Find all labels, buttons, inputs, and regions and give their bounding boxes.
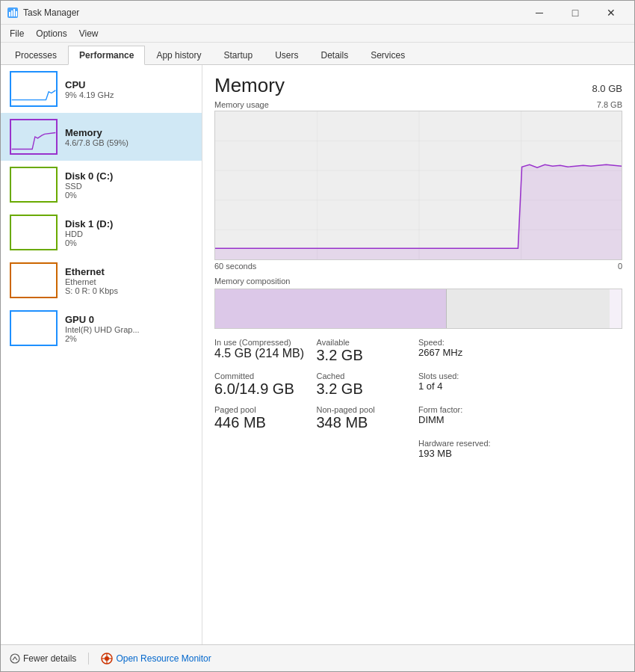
gpu0-thumbnail bbox=[10, 310, 58, 346]
tab-services[interactable]: Services bbox=[359, 45, 416, 64]
title-bar-left: Task Manager bbox=[7, 7, 79, 19]
comp-in-use bbox=[215, 289, 447, 328]
stat-slots-value: 1 of 4 bbox=[418, 380, 521, 392]
disk0-info: Disk 0 (C:) SSD 0% bbox=[65, 170, 193, 200]
svg-rect-4 bbox=[16, 11, 17, 16]
footer-divider bbox=[88, 653, 89, 665]
stat-slots: Slots used: 1 of 4 bbox=[418, 372, 521, 398]
ethernet-sub1: Ethernet bbox=[65, 277, 193, 286]
chart-time-right: 0 bbox=[618, 262, 622, 271]
composition-section: Memory composition bbox=[214, 277, 622, 329]
composition-label: Memory composition bbox=[214, 277, 622, 286]
stat-hw-empty2 bbox=[317, 439, 419, 459]
sidebar-item-disk0[interactable]: Disk 0 (C:) SSD 0% bbox=[1, 161, 202, 209]
disk1-sub1: HDD bbox=[65, 229, 193, 238]
sidebar: CPU 9% 4.19 GHz Memory 4.6/7.8 GB (59%) bbox=[1, 65, 202, 644]
tab-processes[interactable]: Processes bbox=[4, 45, 68, 64]
svg-rect-3 bbox=[13, 9, 15, 16]
tab-users[interactable]: Users bbox=[264, 45, 309, 64]
chart-svg bbox=[215, 111, 622, 259]
menu-bar: File Options View bbox=[1, 25, 634, 43]
cpu-thumbnail bbox=[10, 71, 58, 107]
stat-non-paged-label: Non-paged pool bbox=[317, 405, 419, 414]
composition-bar bbox=[214, 289, 622, 329]
memory-usage-section: Memory usage 7.8 GB bbox=[214, 100, 622, 271]
memory-info: Memory 4.6/7.8 GB (59%) bbox=[65, 127, 193, 147]
stat-paged-value: 446 MB bbox=[214, 414, 317, 431]
stat-in-use-label: In use (Compressed) bbox=[214, 338, 317, 347]
chevron-up-icon bbox=[10, 653, 20, 664]
gpu0-info: GPU 0 Intel(R) UHD Grap... 2% bbox=[65, 314, 193, 343]
svg-rect-2 bbox=[11, 10, 13, 16]
stat-non-paged-value: 348 MB bbox=[317, 414, 419, 431]
tab-startup[interactable]: Startup bbox=[212, 45, 264, 64]
svg-point-14 bbox=[10, 654, 19, 663]
tab-bar: Processes Performance App history Startu… bbox=[1, 43, 634, 65]
stat-paged-pool: Paged pool 446 MB bbox=[214, 405, 317, 431]
window-title: Task Manager bbox=[23, 7, 79, 18]
chart-time-row: 60 seconds 0 bbox=[214, 262, 622, 271]
tab-details[interactable]: Details bbox=[309, 45, 359, 64]
panel-total: 8.0 GB bbox=[592, 83, 622, 94]
fewer-details-button[interactable]: Fewer details bbox=[10, 653, 76, 664]
stat-speed: Speed: 2667 MHz bbox=[418, 338, 521, 364]
stat-form-value: DIMM bbox=[418, 414, 521, 425]
gpu0-sub2: 2% bbox=[65, 334, 193, 343]
ethernet-info: Ethernet Ethernet S: 0 R: 0 Kbps bbox=[65, 266, 193, 295]
stat-slots-empty bbox=[521, 372, 623, 398]
fewer-details-label: Fewer details bbox=[23, 653, 76, 664]
close-button[interactable]: ✕ bbox=[594, 1, 628, 25]
title-bar: Task Manager ─ □ ✕ bbox=[1, 1, 634, 25]
menu-options[interactable]: Options bbox=[30, 27, 72, 40]
sidebar-item-ethernet[interactable]: Ethernet Ethernet S: 0 R: 0 Kbps bbox=[1, 256, 202, 304]
chart-label: Memory usage bbox=[214, 100, 269, 109]
stat-form: Form factor: DIMM bbox=[418, 405, 521, 431]
disk0-title: Disk 0 (C:) bbox=[65, 170, 193, 182]
stat-committed-value: 6.0/14.9 GB bbox=[214, 380, 317, 398]
disk1-sub2: 0% bbox=[65, 238, 193, 247]
stat-speed-value: 2667 MHz bbox=[418, 347, 521, 358]
footer: Fewer details Open Resource Monitor bbox=[1, 644, 634, 671]
comp-cached bbox=[447, 289, 610, 328]
stat-paged-label: Paged pool bbox=[214, 405, 317, 414]
stat-available: Available 3.2 GB bbox=[317, 338, 419, 364]
tab-app-history[interactable]: App history bbox=[145, 45, 212, 64]
sidebar-item-disk1[interactable]: Disk 1 (D:) HDD 0% bbox=[1, 209, 202, 256]
sidebar-item-memory[interactable]: Memory 4.6/7.8 GB (59%) bbox=[1, 113, 202, 161]
gpu0-sub1: Intel(R) UHD Grap... bbox=[65, 325, 193, 334]
stat-committed: Committed 6.0/14.9 GB bbox=[214, 372, 317, 398]
tab-performance[interactable]: Performance bbox=[68, 46, 145, 65]
stat-hw-label: Hardware reserved: bbox=[418, 439, 521, 448]
disk1-thumbnail bbox=[10, 215, 58, 250]
svg-point-16 bbox=[105, 656, 109, 661]
stat-form-label: Form factor: bbox=[418, 405, 521, 414]
stat-available-label: Available bbox=[317, 338, 419, 347]
minimize-button[interactable]: ─ bbox=[522, 1, 557, 25]
cpu-info: CPU 9% 4.19 GHz bbox=[65, 79, 193, 99]
memory-title: Memory bbox=[65, 127, 193, 138]
chart-time-left: 60 seconds bbox=[214, 262, 256, 271]
sidebar-item-cpu[interactable]: CPU 9% 4.19 GHz bbox=[1, 65, 202, 113]
right-panel: Memory 8.0 GB Memory usage 7.8 GB bbox=[202, 65, 634, 644]
stat-speed-label: Speed: bbox=[418, 338, 521, 347]
disk0-thumbnail bbox=[10, 167, 58, 203]
stat-available-value: 3.2 GB bbox=[317, 347, 419, 364]
menu-file[interactable]: File bbox=[4, 27, 30, 40]
resource-monitor-link[interactable]: Open Resource Monitor bbox=[101, 653, 211, 665]
maximize-button[interactable]: □ bbox=[558, 1, 592, 25]
window-controls: ─ □ ✕ bbox=[522, 1, 628, 25]
memory-thumbnail bbox=[10, 119, 58, 155]
stat-non-paged: Non-paged pool 348 MB bbox=[317, 405, 419, 431]
stat-slots-label: Slots used: bbox=[418, 372, 521, 380]
sidebar-item-gpu0[interactable]: GPU 0 Intel(R) UHD Grap... 2% bbox=[1, 304, 202, 352]
task-manager-window: Task Manager ─ □ ✕ File Options View Pro… bbox=[0, 0, 635, 672]
gpu0-title: GPU 0 bbox=[65, 314, 193, 325]
panel-header: Memory 8.0 GB bbox=[214, 74, 622, 97]
ethernet-title: Ethernet bbox=[65, 266, 193, 277]
stat-in-use: In use (Compressed) 4.5 GB (214 MB) bbox=[214, 338, 317, 364]
cpu-title: CPU bbox=[65, 79, 193, 90]
app-icon bbox=[7, 7, 19, 19]
disk1-title: Disk 1 (D:) bbox=[65, 218, 193, 229]
cpu-sub: 9% 4.19 GHz bbox=[65, 90, 193, 99]
menu-view[interactable]: View bbox=[73, 27, 105, 40]
